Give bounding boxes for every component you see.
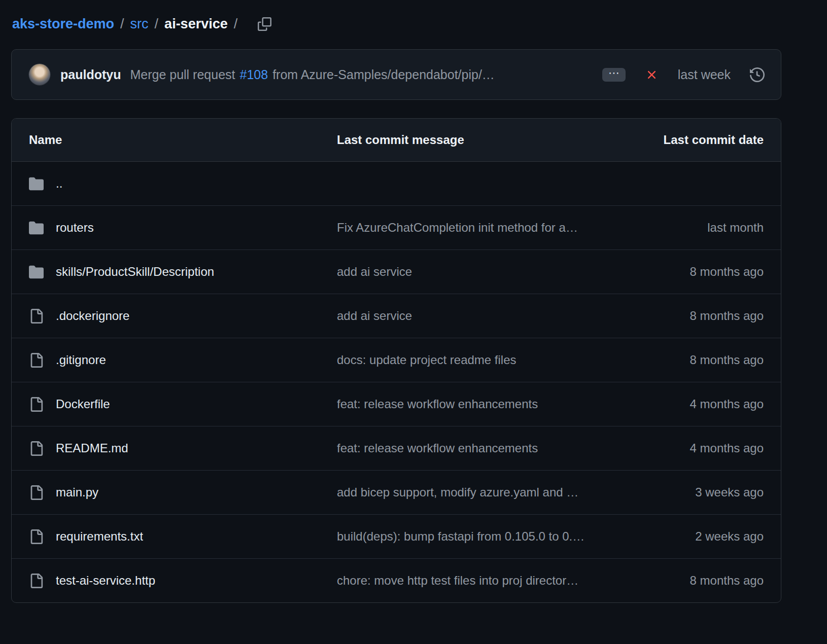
breadcrumb-repo-link[interactable]: aks-store-demo: [12, 15, 114, 33]
commit-date-cell: 4 months ago: [639, 441, 764, 455]
table-header: Name Last commit message Last commit dat…: [12, 119, 781, 162]
breadcrumb: aks-store-demo / src / ai-service /: [11, 15, 781, 33]
table-row: main.py add bicep support, modify azure.…: [12, 471, 781, 515]
header-name: Name: [29, 133, 337, 147]
row-commit-message-link[interactable]: feat: release workflow enhancements: [337, 397, 639, 411]
row-commit-message-link[interactable]: add bicep support, modify azure.yaml and…: [337, 485, 639, 499]
folder-icon: [29, 265, 44, 279]
file-name-link[interactable]: main.py: [56, 485, 98, 499]
commit-relative-date: last week: [678, 67, 731, 82]
file-name-link[interactable]: .dockerignore: [56, 309, 129, 323]
breadcrumb-separator: /: [234, 15, 238, 33]
repo-file-browser: aks-store-demo / src / ai-service / paul…: [11, 0, 781, 603]
file-name-link[interactable]: test-ai-service.http: [56, 574, 155, 588]
table-row: .dockerignore add ai service 8 months ag…: [12, 294, 781, 338]
file-name-link[interactable]: .gitignore: [56, 353, 106, 367]
avatar[interactable]: [29, 64, 50, 85]
commit-message: Merge pull request #108 from Azure-Sampl…: [130, 67, 591, 82]
commit-date-cell: 3 weeks ago: [639, 485, 764, 499]
row-commit-message-link[interactable]: docs: update project readme files: [337, 353, 639, 367]
file-name-link[interactable]: README.md: [56, 441, 128, 455]
row-commit-message-link[interactable]: Fix AzureChatCompletion init method for …: [337, 221, 639, 235]
file-table: Name Last commit message Last commit dat…: [11, 118, 781, 603]
table-row: skills/ProductSkill/Description add ai s…: [12, 250, 781, 294]
commit-author-link[interactable]: pauldotyu: [60, 67, 121, 82]
file-icon: [29, 485, 44, 500]
row-commit-message-link[interactable]: feat: release workflow enhancements: [337, 441, 639, 455]
header-last-commit-message: Last commit message: [337, 133, 639, 147]
commit-message-tail[interactable]: from Azure-Samples/dependabot/pip/…: [272, 67, 495, 82]
table-row: Dockerfile feat: release workflow enhanc…: [12, 382, 781, 426]
file-icon: [29, 574, 44, 588]
file-icon: [29, 309, 44, 324]
table-row: .gitignore docs: update project readme f…: [12, 338, 781, 382]
commit-date-cell: 8 months ago: [639, 265, 764, 279]
folder-icon: [29, 176, 44, 191]
file-name-link[interactable]: skills/ProductSkill/Description: [56, 265, 214, 279]
checks-failed-icon[interactable]: [645, 68, 659, 82]
row-commit-message-link[interactable]: build(deps): bump fastapi from 0.105.0 t…: [337, 529, 639, 544]
table-row: routers Fix AzureChatCompletion init met…: [12, 206, 781, 250]
table-row: requirements.txt build(deps): bump fasta…: [12, 515, 781, 559]
folder-icon: [29, 221, 44, 235]
breadcrumb-separator: /: [120, 15, 124, 33]
copy-path-button[interactable]: [256, 15, 273, 33]
file-icon: [29, 529, 44, 544]
table-row: test-ai-service.http chore: move http te…: [12, 559, 781, 602]
commit-date-cell: 4 months ago: [639, 397, 764, 411]
history-icon[interactable]: [750, 67, 765, 82]
expand-commit-message-button[interactable]: ⋯: [602, 68, 626, 82]
pr-number-link[interactable]: #108: [240, 67, 268, 82]
commit-date-cell: 8 months ago: [639, 309, 764, 323]
latest-commit-bar: pauldotyu Merge pull request #108 from A…: [11, 49, 781, 100]
breadcrumb-src-link[interactable]: src: [130, 15, 149, 33]
row-commit-message-link[interactable]: chore: move http test files into proj di…: [337, 574, 639, 588]
row-commit-message-link[interactable]: add ai service: [337, 309, 639, 323]
parent-directory-link[interactable]: ..: [56, 176, 62, 191]
breadcrumb-separator: /: [155, 15, 159, 33]
file-name-link[interactable]: Dockerfile: [56, 397, 110, 411]
table-row-parent-dir: ..: [12, 162, 781, 206]
file-name-link[interactable]: requirements.txt: [56, 529, 143, 544]
commit-date-cell: 8 months ago: [639, 353, 764, 367]
commit-date-cell: 8 months ago: [639, 574, 764, 588]
header-last-commit-date: Last commit date: [639, 133, 764, 147]
row-commit-message-link[interactable]: add ai service: [337, 265, 639, 279]
commit-date-cell: 2 weeks ago: [639, 529, 764, 544]
file-icon: [29, 353, 44, 368]
copy-icon: [258, 17, 271, 31]
file-icon: [29, 397, 44, 412]
commit-message-link[interactable]: Merge pull request: [130, 67, 235, 82]
commit-date-cell: last month: [639, 221, 764, 235]
breadcrumb-current-dir: ai-service: [164, 15, 228, 33]
file-icon: [29, 441, 44, 456]
file-name-link[interactable]: routers: [56, 221, 94, 235]
table-row: README.md feat: release workflow enhance…: [12, 426, 781, 471]
